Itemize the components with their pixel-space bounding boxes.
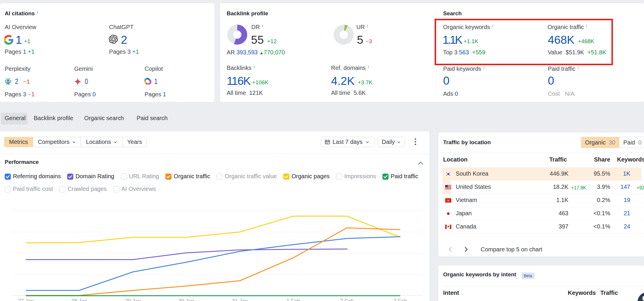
- svg-text:27 Jan: 27 Jan: [18, 298, 34, 301]
- svg-text:3 Feb: 3 Feb: [394, 298, 407, 301]
- svg-text:1 Feb: 1 Feb: [287, 298, 300, 301]
- svg-text:2 Feb: 2 Feb: [340, 298, 354, 301]
- svg-text:31 Jan: 31 Jan: [232, 298, 248, 301]
- svg-text:29 Jan: 29 Jan: [125, 298, 141, 301]
- svg-text:30 Jan: 30 Jan: [178, 298, 194, 301]
- svg-text:28 Jan: 28 Jan: [71, 298, 87, 301]
